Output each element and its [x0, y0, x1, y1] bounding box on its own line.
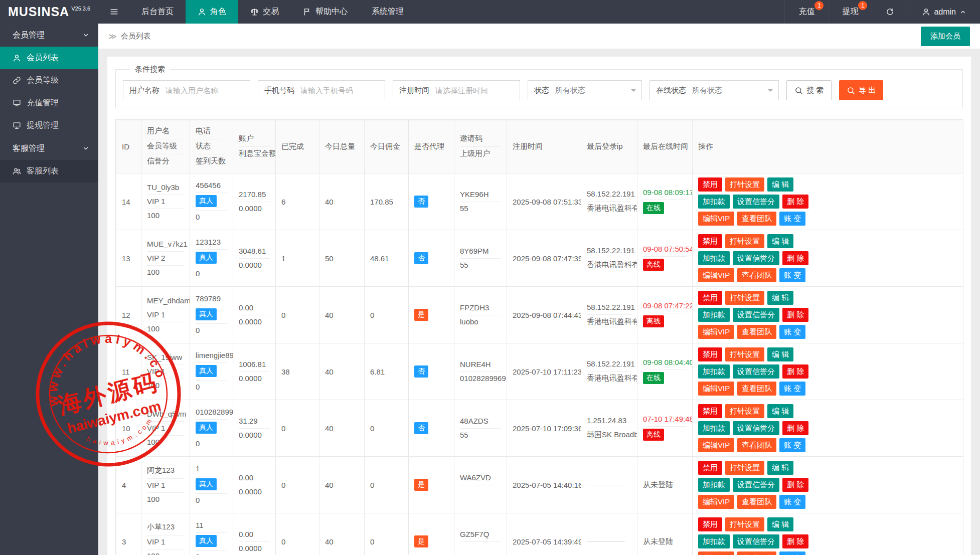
edit-vip-button[interactable]: 编辑VIP: [698, 325, 734, 339]
nav-item-trade[interactable]: 交易: [238, 0, 291, 24]
disable-button[interactable]: 禁用: [698, 517, 722, 531]
inject-settings-button[interactable]: 打针设置: [725, 461, 764, 475]
view-team-button[interactable]: 查看团队: [737, 551, 776, 555]
balance-change-button[interactable]: 账 变: [779, 495, 805, 509]
phone-input[interactable]: [300, 81, 385, 99]
refresh-button[interactable]: [872, 0, 908, 24]
delete-button[interactable]: 删 除: [782, 308, 808, 322]
edit-vip-button[interactable]: 编辑VIP: [698, 268, 734, 282]
view-team-button[interactable]: 查看团队: [737, 268, 776, 282]
add-member-button[interactable]: 添加会员: [921, 27, 970, 46]
app-logo-text: MUSINSA: [8, 5, 69, 19]
column-header-0: ID: [116, 120, 141, 173]
view-team-button[interactable]: 查看团队: [737, 495, 776, 509]
disable-button[interactable]: 禁用: [698, 234, 722, 248]
add-deduct-button[interactable]: 加扣款: [698, 251, 730, 265]
set-credit-button[interactable]: 设置信誉分: [733, 421, 779, 435]
delete-button[interactable]: 删 除: [782, 421, 808, 435]
inject-settings-button[interactable]: 打针设置: [725, 291, 764, 305]
nav-item-home[interactable]: 后台首页: [129, 0, 186, 24]
set-credit-button[interactable]: 设置信誉分: [733, 195, 779, 209]
disable-button[interactable]: 禁用: [698, 291, 722, 305]
sidebar-item-member-level[interactable]: 会员等级: [0, 69, 98, 92]
view-team-button[interactable]: 查看团队: [737, 382, 776, 396]
cell-today-total: 40: [319, 400, 365, 457]
add-deduct-button[interactable]: 加扣款: [698, 534, 730, 548]
column-header-12: 操作: [693, 120, 963, 173]
add-deduct-button[interactable]: 加扣款: [698, 364, 730, 379]
people-icon: [13, 167, 21, 175]
sidebar-group-service-management[interactable]: 客服管理: [0, 137, 98, 160]
empty-ip-line: [587, 485, 625, 485]
set-credit-button[interactable]: 设置信誉分: [733, 534, 779, 548]
balance-change-button[interactable]: 账 变: [779, 212, 805, 226]
edit-vip-button[interactable]: 编辑VIP: [698, 551, 734, 555]
export-button[interactable]: 导 出: [839, 80, 883, 100]
delete-button[interactable]: 删 除: [782, 251, 808, 265]
disable-button[interactable]: 禁用: [698, 404, 722, 418]
search-button[interactable]: 搜 索: [786, 80, 832, 100]
add-deduct-button[interactable]: 加扣款: [698, 195, 730, 209]
sidebar-item-recharge-management[interactable]: 充值管理: [0, 92, 98, 114]
set-credit-button[interactable]: 设置信誉分: [733, 478, 779, 492]
edit-button[interactable]: 编 辑: [767, 517, 793, 531]
delete-button[interactable]: 删 除: [782, 364, 808, 379]
disable-button[interactable]: 禁用: [698, 177, 722, 192]
balance-change-button[interactable]: 账 变: [779, 268, 805, 282]
recharge-nav-button[interactable]: 充值 1: [784, 0, 828, 24]
nav-item-system[interactable]: 系统管理: [360, 0, 416, 24]
delete-button[interactable]: 删 除: [782, 195, 808, 209]
action-button-row: 加扣款设置信誉分删 除: [698, 251, 957, 265]
cell-line: 0: [196, 210, 227, 224]
set-credit-button[interactable]: 设置信誉分: [733, 251, 779, 265]
balance-change-button[interactable]: 账 变: [779, 382, 805, 396]
set-credit-button[interactable]: 设置信誉分: [733, 364, 779, 379]
edit-button[interactable]: 编 辑: [767, 177, 793, 192]
set-credit-button[interactable]: 设置信誉分: [733, 308, 779, 322]
register-time-input[interactable]: [435, 81, 520, 99]
status-select[interactable]: 所有状态: [555, 81, 641, 100]
edit-button[interactable]: 编 辑: [767, 291, 793, 305]
cell-line: 真人: [196, 249, 227, 267]
sidebar-group-member-management[interactable]: 会员管理: [0, 24, 98, 47]
edit-button[interactable]: 编 辑: [767, 404, 793, 418]
sidebar-item-withdraw-management[interactable]: 提现管理: [0, 114, 98, 137]
edit-vip-button[interactable]: 编辑VIP: [698, 438, 734, 452]
add-deduct-button[interactable]: 加扣款: [698, 308, 730, 322]
view-team-button[interactable]: 查看团队: [737, 325, 776, 339]
inject-settings-button[interactable]: 打针设置: [725, 234, 764, 248]
delete-button[interactable]: 删 除: [782, 478, 808, 492]
view-team-button[interactable]: 查看团队: [737, 438, 776, 452]
balance-change-button[interactable]: 账 变: [779, 438, 805, 452]
online-status-select[interactable]: 所有状态: [692, 81, 778, 100]
column-header-line: 电话: [196, 124, 227, 139]
sidebar-item-member-list[interactable]: 会员列表: [0, 47, 98, 69]
withdraw-nav-button[interactable]: 提现 1: [828, 0, 872, 24]
nav-item-help-center[interactable]: 帮助中心: [291, 0, 360, 24]
balance-change-button[interactable]: 账 变: [779, 325, 805, 339]
nav-item-roles[interactable]: 角色: [186, 0, 238, 24]
username-input[interactable]: [166, 81, 250, 99]
view-team-button[interactable]: 查看团队: [737, 212, 776, 226]
cell-completed: 0: [276, 287, 319, 343]
add-deduct-button[interactable]: 加扣款: [698, 478, 730, 492]
sidebar-item-service-list[interactable]: 客服列表: [0, 160, 98, 182]
scale-icon: [250, 8, 259, 16]
inject-settings-button[interactable]: 打针设置: [725, 347, 764, 361]
edit-vip-button[interactable]: 编辑VIP: [698, 382, 734, 396]
inject-settings-button[interactable]: 打针设置: [725, 177, 764, 192]
disable-button[interactable]: 禁用: [698, 347, 722, 361]
balance-change-button[interactable]: 账 变: [779, 551, 805, 555]
user-menu[interactable]: admin: [908, 0, 980, 24]
edit-button[interactable]: 编 辑: [767, 461, 793, 475]
delete-button[interactable]: 删 除: [782, 534, 808, 548]
disable-button[interactable]: 禁用: [698, 461, 722, 475]
inject-settings-button[interactable]: 打针设置: [725, 517, 764, 531]
inject-settings-button[interactable]: 打针设置: [725, 404, 764, 418]
menu-toggle-button[interactable]: [98, 0, 129, 24]
edit-vip-button[interactable]: 编辑VIP: [698, 495, 734, 509]
edit-vip-button[interactable]: 编辑VIP: [698, 212, 734, 226]
edit-button[interactable]: 编 辑: [767, 234, 793, 248]
edit-button[interactable]: 编 辑: [767, 347, 793, 361]
add-deduct-button[interactable]: 加扣款: [698, 421, 730, 435]
